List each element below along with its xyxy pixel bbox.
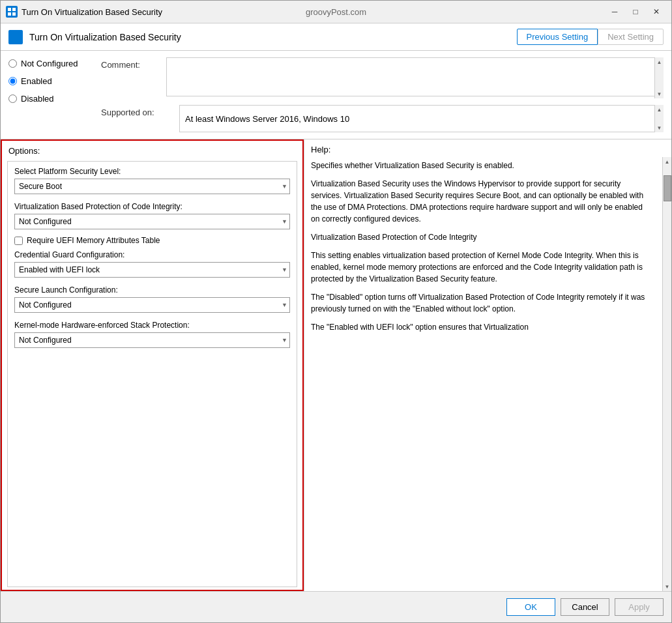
vbs-label: Virtualization Based Protection of Code …: [14, 202, 290, 211]
svg-rect-1: [12, 8, 16, 11]
options-panel: Options: Select Platform Security Level:…: [1, 139, 304, 591]
supported-label: Supported on:: [101, 105, 173, 117]
uefi-checkbox-item[interactable]: Require UEFI Memory Attributes Table: [14, 236, 290, 245]
ok-button[interactable]: OK: [506, 598, 555, 616]
uefi-checkbox-label: Require UEFI Memory Attributes Table: [27, 236, 160, 245]
radio-not-configured-label: Not Configured: [21, 59, 78, 68]
svg-rect-0: [8, 8, 11, 11]
radio-enabled[interactable]: Enabled: [8, 76, 93, 86]
credential-dropdown-wrapper: Not Configured Enabled with UEFI lock En…: [14, 262, 290, 278]
dialog-title: Turn On Virtualization Based Security: [29, 32, 510, 42]
help-inner: Specifies whether Virtualization Based S…: [304, 157, 671, 591]
radio-disabled[interactable]: Disabled: [8, 94, 93, 104]
kernel-select[interactable]: Not Configured Enabled in audit mode Ena…: [14, 332, 290, 348]
title-bar: Turn On Virtualization Based Security gr…: [1, 1, 671, 23]
radio-disabled-label: Disabled: [21, 94, 54, 104]
radio-enabled-input[interactable]: [8, 77, 17, 85]
vbs-dropdown-wrapper: Not Configured Enabled without lock Enab…: [14, 214, 290, 229]
supported-scroll-down[interactable]: ▼: [655, 123, 664, 132]
help-p5: The "Enabled with UEFI lock" option ensu…: [311, 321, 647, 333]
kernel-label: Kernel-mode Hardware-enforced Stack Prot…: [14, 321, 290, 330]
platform-select[interactable]: Secure Boot Secure Boot and DMA Protecti…: [14, 179, 290, 194]
lower-area: Options: Select Platform Security Level:…: [1, 139, 671, 591]
platform-dropdown-wrapper: Secure Boot Secure Boot and DMA Protecti…: [14, 179, 290, 194]
comment-textarea[interactable]: [166, 57, 664, 96]
supported-scrollbar: ▲ ▼: [654, 105, 664, 132]
scroll-up-arrow[interactable]: ▲: [655, 57, 664, 66]
credential-label: Credential Guard Configuration:: [14, 250, 290, 259]
watermark: groovyPost.com: [306, 7, 366, 17]
help-scrollbar: ▲ ▼: [662, 157, 671, 591]
scroll-down-arrow[interactable]: ▼: [655, 89, 664, 98]
help-scroll-thumb[interactable]: [664, 175, 671, 201]
launch-dropdown-wrapper: Not Configured Enabled Disabled ▼: [14, 297, 290, 313]
apply-button[interactable]: Apply: [615, 598, 664, 616]
comment-box-wrapper: ▲ ▼: [166, 57, 664, 98]
radio-enabled-label: Enabled: [21, 76, 52, 86]
help-p0: Specifies whether Virtualization Based S…: [311, 160, 647, 171]
window-controls: ─ □ ✕: [605, 5, 666, 19]
next-setting-button: Next Setting: [598, 29, 664, 45]
help-p2: Virtualization Based Protection of Code …: [311, 231, 647, 243]
radio-not-configured-input[interactable]: [8, 59, 17, 68]
help-p3: This setting enables virtualization base…: [311, 250, 647, 285]
dialog-icon: [8, 30, 23, 44]
supported-scroll-up[interactable]: ▲: [655, 105, 664, 114]
help-scroll-down[interactable]: ▼: [663, 582, 672, 591]
svg-rect-3: [12, 12, 16, 16]
right-column: Comment: ▲ ▼ Supported on: At least Wind…: [101, 57, 664, 139]
help-scroll-up[interactable]: ▲: [663, 157, 672, 166]
previous-setting-button[interactable]: Previous Setting: [517, 29, 598, 45]
comment-section: Comment: ▲ ▼: [101, 57, 664, 98]
launch-label: Secure Launch Configuration:: [14, 285, 290, 295]
minimize-button[interactable]: ─: [605, 5, 624, 19]
maximize-button[interactable]: □: [626, 5, 645, 19]
options-title: Options:: [2, 141, 302, 158]
options-inner: Select Platform Security Level: Secure B…: [7, 161, 297, 587]
help-title: Help:: [304, 139, 671, 157]
platform-label: Select Platform Security Level:: [14, 167, 290, 176]
main-window: Turn On Virtualization Based Security gr…: [0, 0, 672, 623]
comment-scrollbar: ▲ ▼: [654, 57, 664, 98]
nav-buttons: Previous Setting Next Setting: [517, 29, 664, 45]
supported-box-wrapper: At least Windows Server 2016, Windows 10…: [179, 105, 664, 132]
window-icon: [6, 6, 18, 18]
help-panel: Help: Specifies whether Virtualization B…: [304, 139, 671, 591]
supported-value: At least Windows Server 2016, Windows 10: [179, 105, 664, 132]
vbs-select[interactable]: Not Configured Enabled without lock Enab…: [14, 214, 290, 229]
comment-label: Comment:: [101, 57, 160, 70]
radio-column: Not Configured Enabled Disabled: [8, 57, 93, 139]
top-section: Not Configured Enabled Disabled Comment:…: [1, 51, 671, 139]
supported-section: Supported on: At least Windows Server 20…: [101, 105, 664, 132]
radio-disabled-input[interactable]: [8, 94, 17, 103]
help-p1: Virtualization Based Security uses the W…: [311, 178, 647, 225]
help-p4: The "Disabled" option turns off Virtuali…: [311, 291, 647, 315]
radio-not-configured[interactable]: Not Configured: [8, 59, 93, 68]
uefi-checkbox[interactable]: [14, 237, 23, 245]
launch-select[interactable]: Not Configured Enabled Disabled: [14, 297, 290, 313]
cancel-button[interactable]: Cancel: [561, 598, 609, 616]
footer: OK Cancel Apply: [1, 591, 671, 622]
close-button[interactable]: ✕: [647, 5, 666, 19]
svg-rect-2: [8, 12, 11, 16]
credential-select[interactable]: Not Configured Enabled with UEFI lock En…: [14, 262, 290, 278]
help-content: Specifies whether Virtualization Based S…: [304, 157, 662, 591]
dialog-header: Turn On Virtualization Based Security Pr…: [1, 23, 671, 51]
kernel-dropdown-wrapper: Not Configured Enabled in audit mode Ena…: [14, 332, 290, 348]
